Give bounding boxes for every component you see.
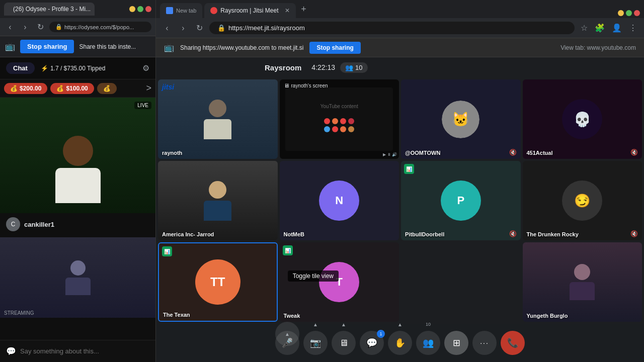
left-panel: (26) Odysee - Profile 3 - Mi... ✕ ‹ › ↻ … bbox=[0, 0, 156, 362]
oomtown-label: @OOMTOWN bbox=[405, 150, 440, 156]
right-toolbar: ☆ 🧩 👤 ⋮ bbox=[579, 21, 639, 35]
left-forward-button[interactable]: › bbox=[19, 21, 31, 33]
right-panel: New tab Raysroom | Jitsi Meet ✕ + ‹ › ↻ … bbox=[156, 0, 644, 362]
minimize-button[interactable] bbox=[129, 6, 135, 12]
maximize-button[interactable] bbox=[137, 6, 143, 12]
left-reload-button[interactable]: ↻ bbox=[34, 21, 46, 33]
oomtown-avatar-img: 🐱 bbox=[442, 101, 479, 138]
right-chrome-tabs: New tab Raysroom | Jitsi Meet ✕ + bbox=[156, 0, 644, 18]
texan-stats-icon: 📊 bbox=[162, 246, 172, 256]
chat-input-icon: 💬 bbox=[6, 346, 16, 356]
settings-icon[interactable]: ⚙ bbox=[142, 63, 149, 73]
tip-buttons-bar: 💰 $200.00 💰 $100.00 💰 > bbox=[0, 79, 155, 98]
451-avatar: 💀 bbox=[562, 99, 602, 139]
bookmark-icon[interactable]: ☆ bbox=[579, 21, 590, 35]
right-maximize-button[interactable] bbox=[626, 10, 632, 16]
meeting-controls: ▲ 🎤 ▲ 📷 ▲ 🖥 💬 1 ▲ bbox=[156, 324, 644, 362]
new-tab[interactable]: New tab bbox=[160, 3, 202, 18]
right-reload-button[interactable]: ↻ bbox=[193, 22, 205, 34]
more-options-button[interactable]: ··· bbox=[472, 331, 497, 355]
right-close-button[interactable] bbox=[634, 10, 640, 16]
cell-oomtown: 🐱 @OOMTOWN 🔇 bbox=[401, 79, 521, 159]
share-icon: 📺 bbox=[5, 42, 15, 51]
drunken-rocky-avatar: 😏 bbox=[562, 180, 602, 221]
tip-lightning-icon: ⚡ bbox=[41, 65, 48, 72]
room-name: Raysroom bbox=[265, 63, 301, 72]
cell-notmeb: N NotMeB bbox=[280, 161, 399, 240]
tip-100-button[interactable]: 💰 $100.00 bbox=[50, 83, 94, 94]
chat-input[interactable] bbox=[20, 347, 149, 355]
stop-sharing-button-2[interactable]: Stop sharing bbox=[309, 42, 360, 54]
close-button[interactable] bbox=[145, 6, 151, 12]
jitsi-logo-cell: jitsi bbox=[162, 82, 174, 92]
screenshare-button[interactable]: 🖥 bbox=[332, 331, 356, 355]
tip-200-label: $200.00 bbox=[20, 85, 41, 92]
left-address-box[interactable]: 🔒 https://odysee.com/$/popo... bbox=[49, 22, 151, 32]
view-tab-text: View tab: www.youtube.com bbox=[560, 44, 636, 51]
hand-button[interactable]: ✋ bbox=[388, 331, 412, 355]
right-win-controls bbox=[618, 10, 640, 18]
camera-button[interactable]: 📷 bbox=[303, 331, 328, 355]
yungeth-head bbox=[574, 264, 590, 280]
chat-tab[interactable]: Chat bbox=[6, 62, 35, 74]
left-share-bar: 📺 Stop sharing Share this tab inste... bbox=[0, 36, 155, 57]
tip-extra-icon: 💰 bbox=[103, 85, 111, 92]
chat-button[interactable]: 💬 1 bbox=[360, 331, 384, 355]
right-address-box[interactable]: 🔒 https://meet.jit.si/raysroom bbox=[209, 22, 575, 34]
chat-input-area: 💬 bbox=[0, 340, 155, 362]
tip-extra-button[interactable]: 💰 bbox=[97, 83, 117, 94]
hand-control-wrapper: ▲ ✋ bbox=[388, 331, 412, 355]
dot-3 bbox=[340, 118, 346, 124]
share-tab-text: Share this tab inste... bbox=[79, 43, 136, 50]
raynoth-label: raynoth bbox=[162, 150, 182, 156]
meeting-area: Raysroom 4:22:13 👥 10 raynoth bbox=[156, 57, 644, 362]
left-tab[interactable]: (26) Odysee - Profile 3 - Mi... ✕ bbox=[4, 3, 95, 16]
right-forward-button[interactable]: › bbox=[177, 22, 189, 34]
screen-name: raynoth's screen bbox=[291, 83, 328, 88]
tile-view-tooltip: Toggle tile view bbox=[288, 270, 339, 282]
tip-badge: ⚡ 1.7 / $735.00 Tipped bbox=[41, 65, 105, 72]
participant-number: 10 bbox=[355, 64, 362, 71]
person-body-2 bbox=[65, 278, 91, 295]
person-figure-2 bbox=[65, 260, 91, 295]
new-tab-button[interactable]: + bbox=[298, 3, 310, 15]
more-options-icon[interactable]: ⋮ bbox=[627, 21, 639, 35]
avatar-initial: C bbox=[11, 221, 16, 228]
person-head-2 bbox=[70, 260, 86, 276]
new-tab-icon bbox=[166, 7, 173, 14]
pitbull-label: PitbullDoorbell bbox=[405, 231, 444, 237]
tip-200-icon: 💰 bbox=[10, 85, 18, 92]
pitbull-muted-icon: 🔇 bbox=[509, 230, 517, 237]
mic-button[interactable]: 🎤 bbox=[275, 331, 299, 355]
jitsi-tab-close[interactable]: ✕ bbox=[285, 7, 290, 14]
cell-tweak: 📊 T Tweak Toggle tile view bbox=[280, 242, 399, 322]
dot-8 bbox=[348, 126, 354, 132]
new-tab-label: New tab bbox=[176, 8, 196, 14]
participant-count: 👥 10 bbox=[340, 62, 367, 73]
profile-icon[interactable]: 👤 bbox=[610, 21, 624, 35]
end-call-button[interactable]: 📞 bbox=[501, 331, 525, 355]
right-minimize-button[interactable] bbox=[618, 10, 624, 16]
jitsi-tab[interactable]: Raysroom | Jitsi Meet ✕ bbox=[204, 3, 295, 18]
tile-view-button[interactable]: ⊞ bbox=[444, 331, 468, 355]
extensions-icon[interactable]: 🧩 bbox=[593, 21, 607, 35]
dot-5 bbox=[324, 126, 330, 132]
drunken-rocky-muted-icon: 🔇 bbox=[630, 230, 638, 237]
screen-dots bbox=[320, 114, 358, 136]
screen-controls: ▶ ⏸ 🔊 bbox=[383, 152, 397, 157]
left-back-button[interactable]: ‹ bbox=[4, 21, 16, 33]
participants-button[interactable]: 👥 bbox=[416, 331, 440, 355]
person-video-display-1 bbox=[0, 98, 155, 213]
stop-sharing-button[interactable]: Stop sharing bbox=[20, 40, 74, 53]
tip-200-button[interactable]: 💰 $200.00 bbox=[4, 83, 47, 94]
right-back-button[interactable]: ‹ bbox=[161, 22, 173, 34]
sharing-cast-icon: 📺 bbox=[164, 43, 174, 52]
yungeth-video bbox=[523, 242, 642, 322]
raynoth-video bbox=[158, 79, 278, 159]
timer: 4:22:13 bbox=[311, 63, 335, 71]
cell-pitbull: 📊 P PitbullDoorbell 🔇 bbox=[401, 161, 521, 240]
more-tips-button[interactable]: > bbox=[146, 83, 151, 94]
screen-title-text: YouTube content bbox=[318, 102, 360, 111]
texan-avatar: TT bbox=[195, 259, 240, 305]
right-lock-icon: 🔒 bbox=[217, 24, 225, 32]
